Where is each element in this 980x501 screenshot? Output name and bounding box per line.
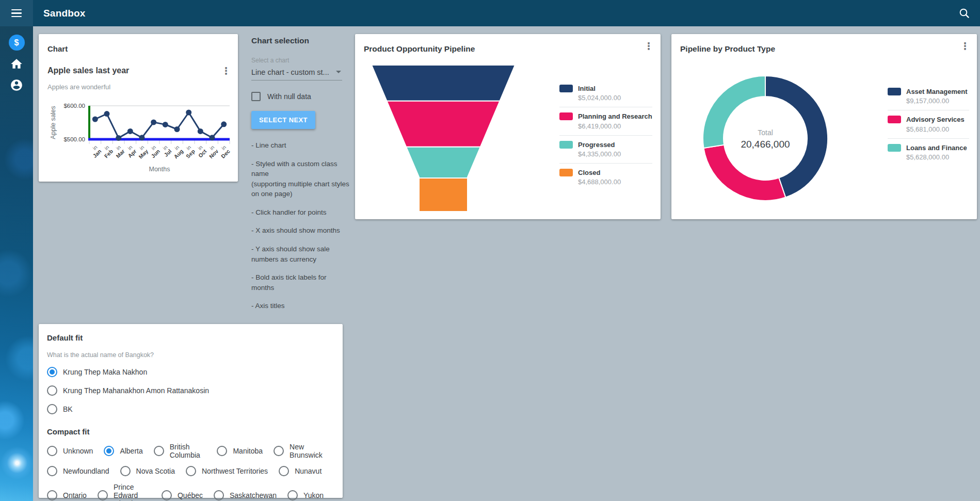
legend-swatch (559, 141, 573, 149)
chart-title: Apple sales last year (47, 66, 129, 75)
legend-swatch (888, 144, 901, 152)
radio-label: Northwest Territories (202, 467, 268, 475)
svg-text:Months: Months (149, 166, 170, 173)
radio-group-question: What is the actual name of Bangkok? (47, 351, 334, 359)
chart-select-dropdown[interactable]: Line chart - custom st... (251, 68, 342, 80)
note-item: - Line chart (251, 140, 350, 151)
radio-row: Ontario Prince Edward Island Québec Sask… (47, 483, 334, 501)
radio-option[interactable]: Prince Edward Island (98, 483, 151, 501)
svg-text:20,466,000: 20,466,000 (741, 139, 790, 150)
radio-option[interactable]: BK (47, 404, 334, 414)
line-chart-plot[interactable]: $600.00$500.00Apple salesinJaninFebinMar… (39, 94, 238, 181)
legend-value: $4,688,000.00 (578, 178, 621, 186)
sidebar-item-sales[interactable]: $ (5, 32, 28, 53)
radio-option[interactable]: Nova Scotia (120, 466, 175, 476)
radio-button[interactable] (186, 466, 196, 476)
svg-text:Apple sales: Apple sales (50, 106, 57, 139)
search-button[interactable] (954, 3, 975, 24)
legend-label: Closed (578, 169, 600, 176)
sidebar-item-account[interactable] (5, 74, 28, 95)
app-root: Sandbox $ C (0, 0, 980, 501)
radio-option[interactable]: Northwest Territories (186, 466, 268, 476)
search-icon (958, 7, 971, 20)
legend-item[interactable]: Planning and Research $6,419,000.00 (559, 107, 652, 135)
radio-option[interactable]: Newfoundland (47, 466, 109, 476)
radio-option[interactable]: Alberta (104, 446, 142, 456)
legend-item[interactable]: Advisory Services $5,681,000.00 (888, 110, 969, 138)
radio-option[interactable]: Yukon (287, 490, 324, 500)
radio-label: New Brunswick (290, 443, 324, 459)
radio-row: Newfoundland Nova Scotia Northwest Terri… (47, 466, 334, 476)
legend-item[interactable]: Initial $5,024,000.00 (559, 79, 652, 107)
radio-option[interactable]: Krung Thep Mahanakhon Amon Rattanakosin (47, 385, 334, 396)
radio-button[interactable] (98, 490, 108, 500)
radio-button[interactable] (162, 490, 172, 500)
legend-value: $5,681,000.00 (906, 125, 949, 133)
legend-value: $5,024,000.00 (578, 94, 621, 102)
note-item: - Axis titles (251, 301, 350, 311)
funnel-legend: Initial $5,024,000.00 Planning and Resea… (559, 79, 652, 191)
legend-item[interactable]: Asset Management $9,157,000.00 (888, 83, 969, 110)
radio-option[interactable]: Krung Thep Maka Nakhon (47, 367, 334, 377)
default-fit-title: Default fit (47, 333, 334, 342)
chart-select-value: Line chart - custom st... (251, 68, 329, 76)
radio-option[interactable]: Saskatchewan (214, 490, 277, 500)
radio-button[interactable] (47, 446, 57, 456)
radio-option[interactable]: Unknown (47, 446, 93, 456)
note-item: - Y axis should show sale numbers as cur… (251, 244, 350, 264)
radio-option[interactable]: Nunavut (279, 466, 322, 476)
select-next-button[interactable]: SELECT NEXT (251, 111, 315, 129)
kebab-menu-icon[interactable]: ⋮ (219, 64, 233, 77)
radio-option[interactable]: New Brunswick (274, 443, 324, 459)
radio-label: Unknown (63, 447, 93, 455)
note-item: - Bold axis tick labels for months (251, 272, 350, 293)
feature-notes: - Line chart - Styled with a custom clas… (251, 140, 350, 311)
line-chart-card: Chart Apple sales last year ⋮ Apples are… (39, 34, 238, 182)
fit-card: Default fit What is the actual name of B… (39, 324, 343, 498)
radio-button[interactable] (214, 490, 224, 500)
legend-value: $6,419,000.00 (578, 122, 621, 130)
legend-swatch (559, 112, 573, 120)
radio-option[interactable]: British Columbia (154, 443, 206, 459)
funnel-chart-card: Product Opportunity Pipeline ⋮ Initial $… (355, 34, 661, 219)
radio-button[interactable] (287, 490, 298, 500)
svg-text:$500.00: $500.00 (63, 136, 85, 142)
radio-button[interactable] (47, 490, 57, 500)
account-icon (10, 78, 23, 92)
svg-text:Total: Total (758, 128, 773, 137)
legend-item[interactable]: Loans and Finance $5,628,000.00 (888, 138, 969, 166)
radio-button[interactable] (120, 466, 131, 476)
sidebar: $ (0, 26, 33, 501)
dollar-icon: $ (9, 35, 25, 51)
compact-fit-title: Compact fit (47, 427, 334, 436)
donut-chart-card: Pipeline by Product Type ⋮ Total20,466,0… (671, 34, 977, 219)
legend-item[interactable]: Closed $4,688,000.00 (559, 163, 652, 191)
radio-button[interactable] (279, 466, 289, 476)
radio-button[interactable] (154, 446, 164, 456)
legend-value: $4,335,000.00 (578, 150, 621, 158)
radio-label: Prince Edward Island (114, 483, 151, 501)
radio-button[interactable] (47, 367, 57, 377)
radio-option[interactable]: Québec (162, 490, 203, 500)
radio-button[interactable] (217, 446, 227, 456)
radio-button[interactable] (104, 446, 114, 456)
null-data-checkbox[interactable] (251, 92, 261, 101)
svg-text:$600.00: $600.00 (63, 103, 85, 109)
radio-option[interactable]: Manitoba (217, 446, 263, 456)
radio-button[interactable] (47, 404, 57, 414)
legend-label: Asset Management (906, 88, 967, 95)
null-data-checkbox-row[interactable]: With null data (251, 92, 350, 101)
radio-button[interactable] (47, 385, 57, 396)
svg-text:inJan: inJan (88, 144, 102, 159)
svg-text:inJul: inJul (159, 144, 172, 158)
legend-label: Progressed (578, 141, 615, 149)
chart-selection-panel: Chart selection Select a chart Line char… (251, 36, 350, 319)
legend-item[interactable]: Progressed $4,335,000.00 (559, 135, 652, 163)
legend-value: $5,628,000.00 (906, 153, 949, 161)
radio-button[interactable] (47, 466, 57, 476)
sidebar-item-home[interactable] (5, 53, 28, 74)
radio-button[interactable] (274, 446, 284, 456)
radio-option[interactable]: Ontario (47, 490, 87, 500)
radio-label: Québec (178, 491, 203, 499)
menu-button[interactable] (0, 0, 33, 26)
